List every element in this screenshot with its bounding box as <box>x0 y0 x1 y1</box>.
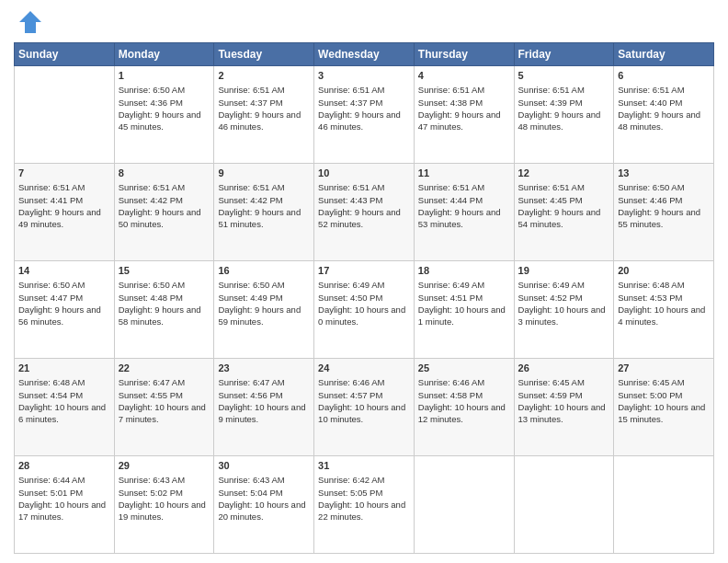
sunrise-text: Sunrise: 6:51 AM <box>218 85 284 95</box>
daylight-text: Daylight: 9 hours and 54 minutes. <box>518 207 601 229</box>
daylight-text: Daylight: 10 hours and 13 minutes. <box>518 402 606 424</box>
calendar-cell: 8Sunrise: 6:51 AMSunset: 4:42 PMDaylight… <box>114 164 214 261</box>
sunset-text: Sunset: 4:43 PM <box>318 195 382 205</box>
day-number: 27 <box>618 362 710 375</box>
sunset-text: Sunset: 4:47 PM <box>18 293 83 303</box>
sunrise-text: Sunrise: 6:42 AM <box>318 475 384 485</box>
calendar-table: SundayMondayTuesdayWednesdayThursdayFrid… <box>14 42 714 554</box>
sunrise-text: Sunrise: 6:51 AM <box>518 85 585 95</box>
sunset-text: Sunset: 4:37 PM <box>218 98 282 108</box>
sunset-text: Sunset: 4:54 PM <box>18 390 83 400</box>
day-number: 25 <box>418 362 510 375</box>
calendar-cell: 17Sunrise: 6:49 AMSunset: 4:50 PMDayligh… <box>314 261 415 359</box>
day-number: 22 <box>119 362 210 375</box>
day-number: 4 <box>418 69 510 83</box>
sunrise-text: Sunrise: 6:50 AM <box>618 182 684 192</box>
daylight-text: Daylight: 10 hours and 4 minutes. <box>618 304 705 327</box>
calendar-cell <box>15 66 115 164</box>
page: SundayMondayTuesdayWednesdayThursdayFrid… <box>0 0 728 563</box>
day-header-wednesday: Wednesday <box>314 43 415 66</box>
daylight-text: Daylight: 10 hours and 15 minutes. <box>618 402 705 424</box>
sunset-text: Sunset: 5:05 PM <box>318 488 382 498</box>
calendar-cell: 19Sunrise: 6:49 AMSunset: 4:52 PMDayligh… <box>514 261 614 359</box>
day-number: 29 <box>119 459 210 473</box>
day-number: 18 <box>418 264 510 278</box>
day-number: 26 <box>518 362 610 375</box>
sunrise-text: Sunrise: 6:51 AM <box>418 182 484 192</box>
day-header-sunday: Sunday <box>15 43 115 66</box>
day-number: 11 <box>418 167 510 180</box>
day-number: 15 <box>119 264 210 278</box>
sunset-text: Sunset: 5:01 PM <box>18 488 83 498</box>
sunrise-text: Sunrise: 6:47 AM <box>119 377 185 387</box>
sunrise-text: Sunrise: 6:46 AM <box>318 377 384 387</box>
calendar-week-row: 14Sunrise: 6:50 AMSunset: 4:47 PMDayligh… <box>15 261 714 359</box>
sunrise-text: Sunrise: 6:51 AM <box>18 182 85 192</box>
sunrise-text: Sunrise: 6:51 AM <box>119 182 185 192</box>
sunrise-text: Sunrise: 6:48 AM <box>18 377 85 387</box>
day-number: 19 <box>518 264 610 278</box>
sunset-text: Sunset: 4:41 PM <box>18 195 83 205</box>
sunrise-text: Sunrise: 6:43 AM <box>218 475 284 485</box>
day-number: 6 <box>618 69 710 83</box>
calendar-cell: 24Sunrise: 6:46 AMSunset: 4:57 PMDayligh… <box>314 359 415 456</box>
calendar-header-row: SundayMondayTuesdayWednesdayThursdayFrid… <box>15 43 714 66</box>
sunrise-text: Sunrise: 6:49 AM <box>418 280 484 290</box>
sunrise-text: Sunrise: 6:45 AM <box>618 377 684 387</box>
sunrise-text: Sunrise: 6:44 AM <box>18 475 85 485</box>
sunrise-text: Sunrise: 6:50 AM <box>119 85 185 95</box>
day-number: 21 <box>18 362 110 375</box>
day-number: 8 <box>119 167 210 180</box>
sunset-text: Sunset: 4:55 PM <box>119 390 183 400</box>
daylight-text: Daylight: 9 hours and 53 minutes. <box>418 207 501 229</box>
day-number: 5 <box>518 69 610 83</box>
calendar-cell: 25Sunrise: 6:46 AMSunset: 4:58 PMDayligh… <box>414 359 514 456</box>
logo-icon <box>17 9 43 35</box>
day-number: 24 <box>318 362 410 375</box>
day-number: 7 <box>18 167 110 180</box>
sunrise-text: Sunrise: 6:51 AM <box>618 85 684 95</box>
calendar-cell: 5Sunrise: 6:51 AMSunset: 4:39 PMDaylight… <box>514 66 614 164</box>
sunset-text: Sunset: 4:59 PM <box>518 390 583 400</box>
sunset-text: Sunset: 4:48 PM <box>119 293 183 303</box>
calendar-cell: 23Sunrise: 6:47 AMSunset: 4:56 PMDayligh… <box>214 359 314 456</box>
daylight-text: Daylight: 9 hours and 46 minutes. <box>218 109 301 132</box>
day-number: 10 <box>318 167 410 180</box>
day-number: 16 <box>218 264 310 278</box>
sunset-text: Sunset: 4:58 PM <box>418 390 483 400</box>
sunset-text: Sunset: 5:04 PM <box>218 488 282 498</box>
daylight-text: Daylight: 9 hours and 48 minutes. <box>618 109 700 132</box>
calendar-cell: 27Sunrise: 6:45 AMSunset: 5:00 PMDayligh… <box>614 359 714 456</box>
daylight-text: Daylight: 10 hours and 20 minutes. <box>218 500 305 522</box>
sunrise-text: Sunrise: 6:45 AM <box>518 377 585 387</box>
day-number: 1 <box>119 69 210 83</box>
daylight-text: Daylight: 9 hours and 49 minutes. <box>18 207 101 229</box>
calendar-cell: 26Sunrise: 6:45 AMSunset: 4:59 PMDayligh… <box>514 359 614 456</box>
day-number: 20 <box>618 264 710 278</box>
sunset-text: Sunset: 4:44 PM <box>418 195 483 205</box>
day-header-tuesday: Tuesday <box>214 43 314 66</box>
daylight-text: Daylight: 10 hours and 1 minute. <box>418 304 506 327</box>
calendar-cell: 1Sunrise: 6:50 AMSunset: 4:36 PMDaylight… <box>114 66 214 164</box>
sunset-text: Sunset: 4:37 PM <box>318 98 382 108</box>
calendar-cell: 13Sunrise: 6:50 AMSunset: 4:46 PMDayligh… <box>614 164 714 261</box>
calendar-cell: 7Sunrise: 6:51 AMSunset: 4:41 PMDaylight… <box>15 164 115 261</box>
sunrise-text: Sunrise: 6:47 AM <box>218 377 284 387</box>
daylight-text: Daylight: 9 hours and 47 minutes. <box>418 109 501 132</box>
sunset-text: Sunset: 4:56 PM <box>218 390 282 400</box>
daylight-text: Daylight: 10 hours and 10 minutes. <box>318 402 405 424</box>
calendar-week-row: 7Sunrise: 6:51 AMSunset: 4:41 PMDaylight… <box>15 164 714 261</box>
sunrise-text: Sunrise: 6:49 AM <box>318 280 384 290</box>
day-number: 2 <box>218 69 310 83</box>
day-number: 3 <box>318 69 410 83</box>
calendar-cell <box>614 456 714 554</box>
calendar-cell: 16Sunrise: 6:50 AMSunset: 4:49 PMDayligh… <box>214 261 314 359</box>
sunset-text: Sunset: 4:46 PM <box>618 195 682 205</box>
sunrise-text: Sunrise: 6:43 AM <box>119 475 185 485</box>
day-number: 9 <box>218 167 310 180</box>
calendar-cell: 31Sunrise: 6:42 AMSunset: 5:05 PMDayligh… <box>314 456 415 554</box>
sunset-text: Sunset: 4:40 PM <box>618 98 682 108</box>
sunrise-text: Sunrise: 6:49 AM <box>518 280 585 290</box>
calendar-cell: 9Sunrise: 6:51 AMSunset: 4:42 PMDaylight… <box>214 164 314 261</box>
calendar-cell <box>514 456 614 554</box>
